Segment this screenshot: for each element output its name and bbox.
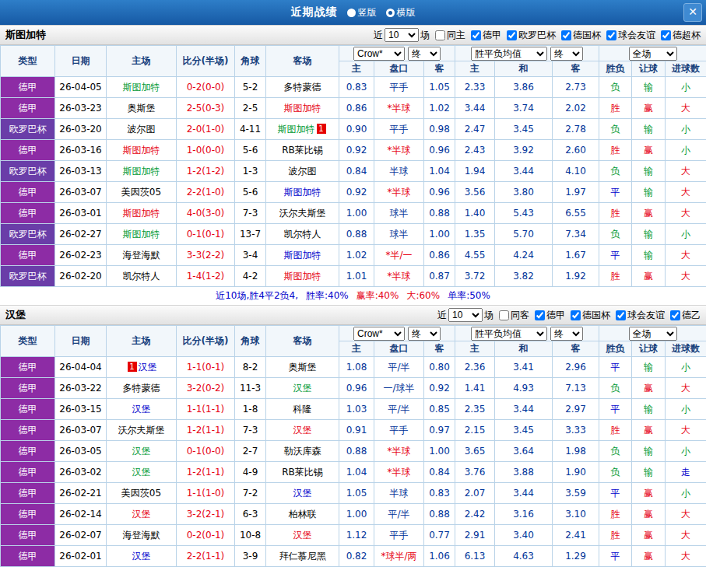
team-link[interactable]: 沃尔夫斯堡 [118,425,165,436]
team-link[interactable]: 汉堡 [132,404,151,415]
match-score[interactable]: 2-2(1-1) [177,546,235,567]
league-filter-checkbox[interactable] [507,30,517,40]
league-filter[interactable]: 德甲 [535,309,565,322]
layout-radio-option[interactable]: 竖版 [347,6,377,19]
team-link[interactable]: RB莱比锡 [282,145,323,156]
final-odds-select[interactable]: 终 [408,327,441,341]
team-link[interactable]: 汉堡 [132,551,151,562]
team-link[interactable]: 勒沃库森 [284,446,321,457]
team-link[interactable]: RB莱比锡 [282,467,323,478]
scope-select[interactable]: 全场 [629,327,677,341]
match-score[interactable]: 1-4(1-2) [177,266,235,287]
final-euro-select[interactable]: 终 [550,327,583,341]
team-link[interactable]: 斯图加特 [284,271,321,282]
same-venue-filter-checkbox[interactable] [499,310,509,320]
team-link[interactable]: 海登海默 [123,250,160,261]
scope-select[interactable]: 全场 [629,47,677,61]
match-score[interactable]: 3-2(0-2) [177,378,235,399]
radio-icon[interactable] [386,9,395,17]
league-filter[interactable]: 德国杯 [571,309,610,322]
euro-mean-select[interactable]: 胜平负均值 [471,47,547,61]
match-score[interactable]: 1-1(0-1) [177,357,235,378]
same-venue-filter-checkbox[interactable] [435,30,445,40]
team-link[interactable]: 汉堡 [132,467,151,478]
team-link[interactable]: 沃尔夫斯堡 [279,208,326,219]
match-score[interactable]: 0-1(0-1) [177,224,235,245]
close-icon[interactable]: ✕ [683,3,702,22]
euro-mean-select[interactable]: 胜平负均值 [471,327,547,341]
team-link[interactable]: 美因茨05 [121,488,161,499]
same-venue-filter[interactable]: 同主 [435,29,465,42]
team-link[interactable]: 斯图加特 [284,103,321,114]
team-link[interactable]: 汉堡 [132,446,151,457]
league-filter[interactable]: 德国杯 [561,29,601,42]
team-link[interactable]: 美因茨05 [121,187,161,198]
team-link[interactable]: 汉堡 [293,488,312,499]
odds-draw: 3.40 [495,525,553,546]
team-link[interactable]: 凯尔特人 [123,271,160,282]
league-filter[interactable]: 德甲 [471,29,501,42]
recent-count-select[interactable]: 10 [448,308,483,322]
match-score[interactable]: 1-0(0-0) [177,140,235,161]
team-link[interactable]: 汉堡 [293,383,312,394]
league-filter[interactable]: 欧罗巴杯 [507,29,556,42]
odds-source-select[interactable]: Crow* [353,47,405,61]
match-score[interactable]: 1-2(1-2) [177,161,235,182]
team-link[interactable]: 斯图加特 [123,82,160,93]
team-link[interactable]: 拜仁慕尼黑 [279,551,326,562]
team-link[interactable]: 斯图加特 [123,208,160,219]
team-link[interactable]: 斯图加特 [278,124,315,135]
league-filter-checkbox[interactable] [661,30,671,40]
team-link[interactable]: 柏林联 [289,509,317,520]
team-link[interactable]: 汉堡 [132,509,151,520]
league-filter[interactable]: 球会友谊 [606,29,655,42]
same-venue-filter[interactable]: 同客 [499,309,529,322]
league-filter-checkbox[interactable] [535,310,545,320]
league-filter[interactable]: 球会友谊 [616,309,665,322]
match-score[interactable]: 3-3(2-2) [177,245,235,266]
team-link[interactable]: 斯图加特 [284,250,321,261]
match-score[interactable]: 2-0(1-0) [177,119,235,140]
team-link[interactable]: 斯图加特 [123,145,160,156]
team-link[interactable]: 科隆 [293,404,312,415]
team-link[interactable]: 多特蒙德 [123,383,160,394]
team-link[interactable]: 斯图加特 [123,166,160,177]
radio-icon[interactable] [347,9,356,17]
layout-radio-selected[interactable]: 横版 [386,6,416,19]
team-link[interactable]: 奥斯堡 [289,362,317,373]
league-filter-checkbox[interactable] [471,30,481,40]
team-link[interactable]: 波尔图 [128,124,156,135]
league-filter-checkbox[interactable] [571,310,581,320]
team-link[interactable]: 汉堡 [293,425,312,436]
league-filter-checkbox[interactable] [561,30,571,40]
odds-source-select[interactable]: Crow* [353,327,405,341]
league-filter[interactable]: 德超杯 [661,29,701,42]
match-score[interactable]: 0-1(0-0) [177,441,235,462]
match-score[interactable]: 1-1(1-1) [177,399,235,420]
league-filter[interactable]: 德乙 [670,309,701,322]
team-link[interactable]: 海登海默 [123,530,160,541]
recent-count-select[interactable]: 10 [385,28,419,42]
team-link[interactable]: 多特蒙德 [284,82,321,93]
league-filter-checkbox[interactable] [606,30,616,40]
team-link[interactable]: 奥斯堡 [128,103,156,114]
team-link[interactable]: 汉堡 [293,530,312,541]
final-euro-select[interactable]: 终 [550,47,583,61]
match-score[interactable]: 2-2(1-0) [177,182,235,203]
match-score[interactable]: 2-5(0-3) [177,98,235,119]
team-link[interactable]: 斯图加特 [123,229,160,240]
match-score[interactable]: 1-2(1-1) [177,420,235,441]
league-filter-checkbox[interactable] [670,310,680,320]
team-link[interactable]: 斯图加特 [284,187,321,198]
match-score[interactable]: 0-2(0-1) [177,525,235,546]
match-score[interactable]: 1-1(1-0) [177,483,235,504]
final-odds-select[interactable]: 终 [408,47,441,61]
match-score[interactable]: 0-2(0-0) [177,77,235,98]
team-link[interactable]: 凯尔特人 [284,229,321,240]
match-score[interactable]: 3-2(2-1) [177,504,235,525]
match-score[interactable]: 1-2(1-1) [177,462,235,483]
team-link[interactable]: 汉堡 [139,362,157,373]
team-link[interactable]: 波尔图 [289,166,317,177]
match-score[interactable]: 4-0(3-0) [177,203,235,224]
league-filter-checkbox[interactable] [616,310,626,320]
